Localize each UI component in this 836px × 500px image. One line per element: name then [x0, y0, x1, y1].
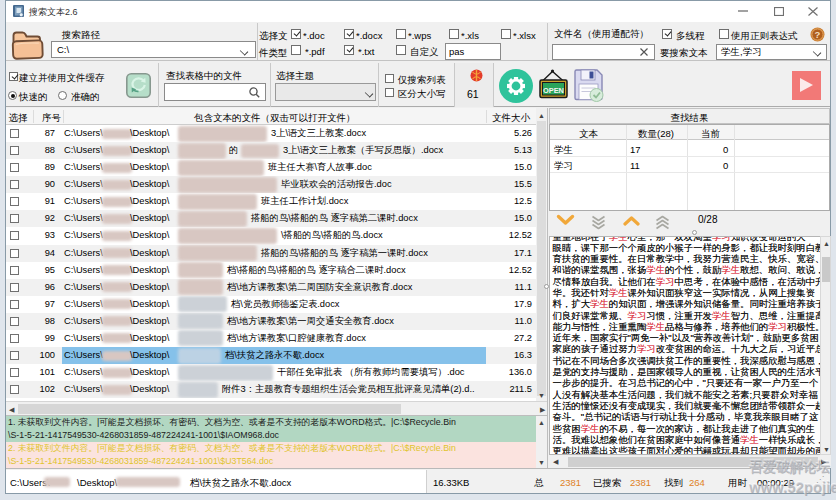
- svg-text:OPEN: OPEN: [543, 86, 564, 95]
- svg-text:?: ?: [815, 29, 821, 40]
